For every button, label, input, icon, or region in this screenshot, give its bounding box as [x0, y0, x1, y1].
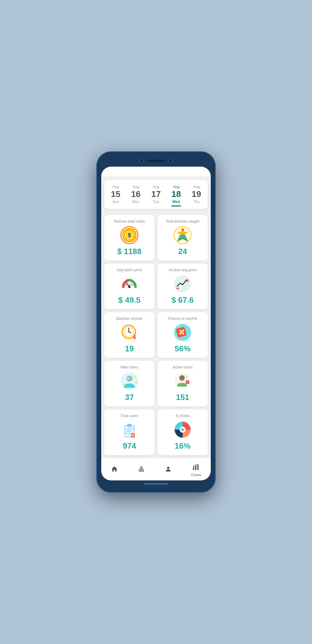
stat-card-achievement[interactable]: Total batches caught 24 [158, 215, 208, 261]
clipboard-icon [120, 420, 139, 439]
stat-card-newuser[interactable]: New Users 37 [104, 361, 154, 406]
svg-point-31 [134, 376, 136, 377]
stat-card-clipboard[interactable]: Total users 974 [104, 409, 154, 455]
svg-point-33 [135, 381, 137, 383]
speaker [147, 160, 165, 162]
dice-icon [173, 323, 192, 342]
nav-item-settings[interactable] [134, 464, 149, 476]
gauge-icon: AVERAGE [120, 274, 139, 294]
svg-rect-58 [197, 464, 199, 470]
trending-icon [173, 274, 192, 294]
svg-point-55 [167, 467, 169, 469]
nav-item-charts[interactable]: Charts [188, 462, 205, 478]
svg-point-37 [186, 375, 188, 377]
phone-screen: Aug 15 Sun Aug 16 Mon Aug 17 Tue Aug 18 … [101, 167, 211, 480]
newuser-icon [120, 371, 139, 391]
bottom-nav: Charts [101, 458, 211, 480]
svg-rect-57 [195, 466, 196, 470]
phone-device: Aug 15 Sun Aug 16 Mon Aug 17 Tue Aug 18 … [96, 151, 216, 493]
settings-nav-icon [137, 465, 145, 475]
stat-card-gauge[interactable]: Avg batch price AVERAGE $ 49.5 [104, 264, 154, 309]
stat-card-activeuser[interactable]: Active users 151 [158, 361, 208, 406]
svg-point-24 [179, 330, 181, 331]
app-header [101, 167, 211, 177]
date-item-mon[interactable]: Aug 16 Mon [127, 183, 144, 205]
nav-item-person[interactable] [161, 464, 176, 476]
stat-card-alarm[interactable]: Batches missed ! 19 [104, 312, 154, 358]
svg-rect-56 [193, 467, 194, 470]
svg-point-19 [128, 331, 129, 332]
date-item-thu[interactable]: Aug 19 Thu [188, 183, 205, 205]
stat-card-trending[interactable]: All time avg price $ 67.6 [158, 264, 208, 309]
svg-point-12 [174, 275, 191, 292]
sensor-icon [168, 159, 173, 163]
svg-text:%: % [181, 428, 184, 431]
coin-icon: $ [120, 225, 139, 245]
svg-point-25 [182, 330, 184, 331]
svg-point-53 [139, 469, 141, 472]
svg-point-28 [181, 331, 183, 333]
svg-point-34 [127, 378, 129, 379]
person-nav-icon [165, 465, 172, 475]
svg-point-11 [128, 286, 131, 288]
stat-card-dice[interactable]: Chance to catch% 56% [158, 312, 208, 358]
home-button-area [101, 480, 211, 488]
home-pill [144, 483, 168, 485]
stat-card-coin[interactable]: Batches total value $ $ 1188 [104, 215, 154, 261]
svg-rect-42 [128, 424, 131, 427]
date-item-sun[interactable]: Aug 15 Sun [107, 183, 124, 205]
alarm-icon: ! [120, 323, 139, 342]
activeuser-icon [173, 371, 192, 391]
stat-card-percent[interactable]: % Active % 16% [158, 409, 208, 455]
camera-icon [139, 159, 144, 163]
phone-notch [101, 156, 211, 167]
svg-point-54 [142, 469, 144, 472]
home-nav-icon [111, 465, 118, 475]
date-item-wed[interactable]: Aug 18 Wed [168, 183, 184, 205]
date-selector: Aug 15 Sun Aug 16 Mon Aug 17 Tue Aug 18 … [104, 180, 208, 209]
svg-point-32 [124, 384, 125, 385]
svg-point-36 [179, 375, 185, 381]
svg-point-27 [182, 333, 184, 335]
stats-grid: Batches total value $ $ 1188 Total batch… [101, 212, 211, 458]
charts-nav-icon [192, 463, 200, 472]
svg-text:$: $ [128, 232, 131, 238]
percent-icon: % [173, 420, 192, 439]
svg-text:!: ! [134, 335, 135, 339]
nav-item-home[interactable] [107, 464, 122, 476]
svg-point-26 [179, 333, 181, 335]
achievement-icon [173, 225, 192, 245]
app-content: Aug 15 Sun Aug 16 Mon Aug 17 Tue Aug 18 … [101, 167, 211, 480]
svg-point-52 [140, 467, 143, 469]
date-item-tue[interactable]: Aug 17 Tue [147, 183, 164, 205]
